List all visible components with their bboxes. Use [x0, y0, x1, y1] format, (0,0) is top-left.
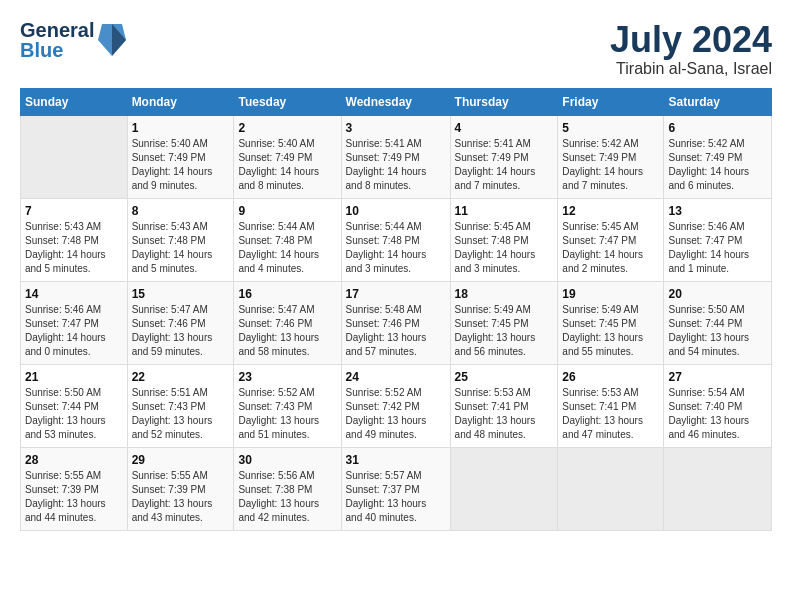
day-info: Sunrise: 5:53 AMSunset: 7:41 PMDaylight:… [455, 386, 554, 442]
day-number: 3 [346, 121, 446, 135]
day-info: Sunrise: 5:44 AMSunset: 7:48 PMDaylight:… [238, 220, 336, 276]
header-day-sunday: Sunday [21, 88, 128, 115]
logo-blue: Blue [20, 40, 94, 60]
day-cell: 6Sunrise: 5:42 AMSunset: 7:49 PMDaylight… [664, 115, 772, 198]
day-info: Sunrise: 5:54 AMSunset: 7:40 PMDaylight:… [668, 386, 767, 442]
day-number: 4 [455, 121, 554, 135]
day-cell: 11Sunrise: 5:45 AMSunset: 7:48 PMDayligh… [450, 198, 558, 281]
day-info: Sunrise: 5:44 AMSunset: 7:48 PMDaylight:… [346, 220, 446, 276]
day-cell: 24Sunrise: 5:52 AMSunset: 7:42 PMDayligh… [341, 364, 450, 447]
logo-general: General [20, 20, 94, 40]
day-info: Sunrise: 5:45 AMSunset: 7:47 PMDaylight:… [562, 220, 659, 276]
day-cell: 1Sunrise: 5:40 AMSunset: 7:49 PMDaylight… [127, 115, 234, 198]
location-title: Tirabin al-Sana, Israel [610, 60, 772, 78]
day-info: Sunrise: 5:50 AMSunset: 7:44 PMDaylight:… [25, 386, 123, 442]
day-cell: 9Sunrise: 5:44 AMSunset: 7:48 PMDaylight… [234, 198, 341, 281]
logo-icon [98, 22, 126, 58]
day-cell: 2Sunrise: 5:40 AMSunset: 7:49 PMDaylight… [234, 115, 341, 198]
day-number: 26 [562, 370, 659, 384]
day-number: 5 [562, 121, 659, 135]
calendar-header: SundayMondayTuesdayWednesdayThursdayFrid… [21, 88, 772, 115]
day-info: Sunrise: 5:46 AMSunset: 7:47 PMDaylight:… [25, 303, 123, 359]
day-cell: 18Sunrise: 5:49 AMSunset: 7:45 PMDayligh… [450, 281, 558, 364]
header-day-wednesday: Wednesday [341, 88, 450, 115]
day-number: 19 [562, 287, 659, 301]
day-number: 17 [346, 287, 446, 301]
day-info: Sunrise: 5:43 AMSunset: 7:48 PMDaylight:… [25, 220, 123, 276]
day-number: 1 [132, 121, 230, 135]
title-block: July 2024 Tirabin al-Sana, Israel [610, 20, 772, 78]
day-cell [558, 447, 664, 530]
day-info: Sunrise: 5:49 AMSunset: 7:45 PMDaylight:… [455, 303, 554, 359]
day-number: 22 [132, 370, 230, 384]
day-cell: 28Sunrise: 5:55 AMSunset: 7:39 PMDayligh… [21, 447, 128, 530]
week-row-1: 1Sunrise: 5:40 AMSunset: 7:49 PMDaylight… [21, 115, 772, 198]
day-cell: 20Sunrise: 5:50 AMSunset: 7:44 PMDayligh… [664, 281, 772, 364]
day-number: 6 [668, 121, 767, 135]
day-info: Sunrise: 5:45 AMSunset: 7:48 PMDaylight:… [455, 220, 554, 276]
day-cell: 13Sunrise: 5:46 AMSunset: 7:47 PMDayligh… [664, 198, 772, 281]
day-number: 21 [25, 370, 123, 384]
day-cell [450, 447, 558, 530]
day-info: Sunrise: 5:47 AMSunset: 7:46 PMDaylight:… [132, 303, 230, 359]
day-info: Sunrise: 5:56 AMSunset: 7:38 PMDaylight:… [238, 469, 336, 525]
day-number: 23 [238, 370, 336, 384]
day-cell: 30Sunrise: 5:56 AMSunset: 7:38 PMDayligh… [234, 447, 341, 530]
day-info: Sunrise: 5:40 AMSunset: 7:49 PMDaylight:… [238, 137, 336, 193]
day-cell: 14Sunrise: 5:46 AMSunset: 7:47 PMDayligh… [21, 281, 128, 364]
day-number: 27 [668, 370, 767, 384]
day-number: 13 [668, 204, 767, 218]
day-cell: 10Sunrise: 5:44 AMSunset: 7:48 PMDayligh… [341, 198, 450, 281]
header-day-saturday: Saturday [664, 88, 772, 115]
week-row-4: 21Sunrise: 5:50 AMSunset: 7:44 PMDayligh… [21, 364, 772, 447]
day-info: Sunrise: 5:47 AMSunset: 7:46 PMDaylight:… [238, 303, 336, 359]
header-day-monday: Monday [127, 88, 234, 115]
day-cell: 4Sunrise: 5:41 AMSunset: 7:49 PMDaylight… [450, 115, 558, 198]
day-number: 16 [238, 287, 336, 301]
day-info: Sunrise: 5:41 AMSunset: 7:49 PMDaylight:… [455, 137, 554, 193]
day-info: Sunrise: 5:48 AMSunset: 7:46 PMDaylight:… [346, 303, 446, 359]
day-cell: 27Sunrise: 5:54 AMSunset: 7:40 PMDayligh… [664, 364, 772, 447]
day-info: Sunrise: 5:52 AMSunset: 7:42 PMDaylight:… [346, 386, 446, 442]
week-row-5: 28Sunrise: 5:55 AMSunset: 7:39 PMDayligh… [21, 447, 772, 530]
day-number: 24 [346, 370, 446, 384]
day-info: Sunrise: 5:40 AMSunset: 7:49 PMDaylight:… [132, 137, 230, 193]
day-info: Sunrise: 5:46 AMSunset: 7:47 PMDaylight:… [668, 220, 767, 276]
day-number: 30 [238, 453, 336, 467]
day-cell: 15Sunrise: 5:47 AMSunset: 7:46 PMDayligh… [127, 281, 234, 364]
week-row-3: 14Sunrise: 5:46 AMSunset: 7:47 PMDayligh… [21, 281, 772, 364]
day-number: 14 [25, 287, 123, 301]
day-cell: 5Sunrise: 5:42 AMSunset: 7:49 PMDaylight… [558, 115, 664, 198]
header-day-tuesday: Tuesday [234, 88, 341, 115]
day-cell: 17Sunrise: 5:48 AMSunset: 7:46 PMDayligh… [341, 281, 450, 364]
day-info: Sunrise: 5:42 AMSunset: 7:49 PMDaylight:… [562, 137, 659, 193]
week-row-2: 7Sunrise: 5:43 AMSunset: 7:48 PMDaylight… [21, 198, 772, 281]
header-day-thursday: Thursday [450, 88, 558, 115]
day-number: 29 [132, 453, 230, 467]
day-cell: 8Sunrise: 5:43 AMSunset: 7:48 PMDaylight… [127, 198, 234, 281]
day-info: Sunrise: 5:57 AMSunset: 7:37 PMDaylight:… [346, 469, 446, 525]
day-number: 9 [238, 204, 336, 218]
day-number: 7 [25, 204, 123, 218]
day-number: 12 [562, 204, 659, 218]
calendar-table: SundayMondayTuesdayWednesdayThursdayFrid… [20, 88, 772, 531]
day-info: Sunrise: 5:50 AMSunset: 7:44 PMDaylight:… [668, 303, 767, 359]
header-day-friday: Friday [558, 88, 664, 115]
day-info: Sunrise: 5:55 AMSunset: 7:39 PMDaylight:… [132, 469, 230, 525]
month-title: July 2024 [610, 20, 772, 60]
day-info: Sunrise: 5:41 AMSunset: 7:49 PMDaylight:… [346, 137, 446, 193]
day-cell: 26Sunrise: 5:53 AMSunset: 7:41 PMDayligh… [558, 364, 664, 447]
day-cell: 12Sunrise: 5:45 AMSunset: 7:47 PMDayligh… [558, 198, 664, 281]
day-cell: 23Sunrise: 5:52 AMSunset: 7:43 PMDayligh… [234, 364, 341, 447]
day-number: 31 [346, 453, 446, 467]
day-number: 25 [455, 370, 554, 384]
day-info: Sunrise: 5:55 AMSunset: 7:39 PMDaylight:… [25, 469, 123, 525]
day-number: 8 [132, 204, 230, 218]
day-cell: 25Sunrise: 5:53 AMSunset: 7:41 PMDayligh… [450, 364, 558, 447]
day-info: Sunrise: 5:51 AMSunset: 7:43 PMDaylight:… [132, 386, 230, 442]
day-cell: 7Sunrise: 5:43 AMSunset: 7:48 PMDaylight… [21, 198, 128, 281]
day-cell: 29Sunrise: 5:55 AMSunset: 7:39 PMDayligh… [127, 447, 234, 530]
day-cell: 3Sunrise: 5:41 AMSunset: 7:49 PMDaylight… [341, 115, 450, 198]
day-info: Sunrise: 5:49 AMSunset: 7:45 PMDaylight:… [562, 303, 659, 359]
day-cell: 16Sunrise: 5:47 AMSunset: 7:46 PMDayligh… [234, 281, 341, 364]
